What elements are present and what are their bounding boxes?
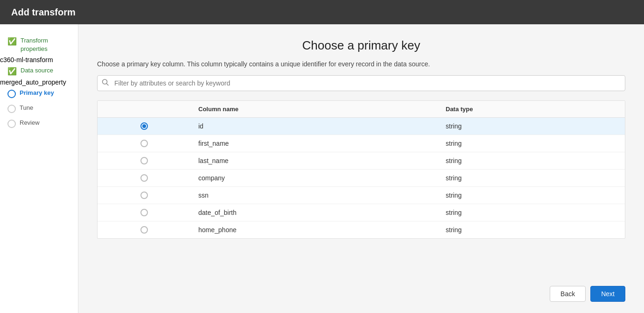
sidebar: ✅ Transform properties c360-ml-transform… <box>0 24 78 313</box>
table-row[interactable]: date_of_birth string <box>98 204 625 221</box>
sidebar-sublabel-datasource: merged_auto_property <box>0 78 78 86</box>
column-name-id: id <box>191 118 438 135</box>
data-type-company: string <box>438 170 625 186</box>
sidebar-item-primary-key[interactable]: Primary key <box>0 86 78 101</box>
svg-line-1 <box>107 84 109 85</box>
circle-icon-primary-key <box>7 90 16 98</box>
table-header: Column name Data type <box>98 101 625 118</box>
table-row[interactable]: company string <box>98 170 625 187</box>
radio-cell-ssn[interactable] <box>98 187 191 204</box>
search-input[interactable] <box>97 75 625 91</box>
column-name-company: company <box>191 170 438 186</box>
sidebar-label-review: Review <box>20 119 40 127</box>
sidebar-sublabel-transform: c360-ml-transform <box>0 56 78 64</box>
circle-icon-tune <box>7 105 16 113</box>
main-content: Choose a primary key Choose a primary ke… <box>78 24 644 313</box>
radio-cell-id[interactable] <box>98 118 191 135</box>
radio-id[interactable] <box>140 122 148 130</box>
description-text: Choose a primary key column. This column… <box>97 60 625 68</box>
circle-icon-review <box>7 120 16 128</box>
sidebar-item-transform-properties[interactable]: ✅ Transform properties <box>0 34 78 56</box>
radio-last-name[interactable] <box>140 157 148 164</box>
column-name-ssn: ssn <box>191 187 438 204</box>
column-name-first-name: first_name <box>191 135 438 152</box>
back-button[interactable]: Back <box>550 286 586 302</box>
data-type-id: string <box>438 118 625 135</box>
column-name-last-name: last_name <box>191 152 438 169</box>
sidebar-label-primary-key: Primary key <box>20 89 54 97</box>
page-header: Add transform <box>0 0 644 24</box>
footer-actions: Back Next <box>550 286 625 302</box>
search-icon <box>102 79 109 88</box>
sidebar-item-review[interactable]: Review <box>0 116 78 131</box>
data-type-first-name: string <box>438 135 625 152</box>
radio-cell-dob[interactable] <box>98 204 191 221</box>
sidebar-label-datasource: Data source <box>21 66 53 75</box>
table-row[interactable]: ssn string <box>98 187 625 204</box>
column-name-dob: date_of_birth <box>191 204 438 221</box>
th-data-type: Data type <box>438 101 625 117</box>
data-type-last-name: string <box>438 152 625 169</box>
th-column-name: Column name <box>191 101 438 117</box>
primary-key-table: Column name Data type id string first_na… <box>97 100 625 239</box>
sidebar-item-tune[interactable]: Tune <box>0 101 78 116</box>
sidebar-item-data-source[interactable]: ✅ Data source <box>0 64 78 78</box>
data-type-ssn: string <box>438 187 625 204</box>
page-title: Choose a primary key <box>97 38 625 53</box>
data-type-home-phone: string <box>438 221 625 238</box>
radio-cell-first-name[interactable] <box>98 135 191 152</box>
search-container <box>97 75 625 91</box>
table-row[interactable]: id string <box>98 118 625 135</box>
radio-dob[interactable] <box>140 209 148 216</box>
main-layout: ✅ Transform properties c360-ml-transform… <box>0 24 644 313</box>
sidebar-label-transform: Transform properties <box>21 36 70 53</box>
column-name-home-phone: home_phone <box>191 221 438 238</box>
check-icon-datasource: ✅ <box>7 67 17 76</box>
radio-cell-last-name[interactable] <box>98 152 191 169</box>
table-row[interactable]: first_name string <box>98 135 625 152</box>
radio-first-name[interactable] <box>140 140 148 147</box>
radio-ssn[interactable] <box>140 192 148 199</box>
radio-cell-home-phone[interactable] <box>98 221 191 238</box>
radio-company[interactable] <box>140 174 148 182</box>
table-row[interactable]: last_name string <box>98 152 625 170</box>
header-title: Add transform <box>11 7 76 18</box>
check-icon-transform: ✅ <box>7 37 17 46</box>
data-type-dob: string <box>438 204 625 221</box>
sidebar-label-tune: Tune <box>20 104 33 112</box>
th-radio <box>98 101 191 117</box>
table-row[interactable]: home_phone string <box>98 221 625 238</box>
radio-home-phone[interactable] <box>140 226 148 234</box>
radio-cell-company[interactable] <box>98 170 191 186</box>
next-button[interactable]: Next <box>590 286 625 302</box>
